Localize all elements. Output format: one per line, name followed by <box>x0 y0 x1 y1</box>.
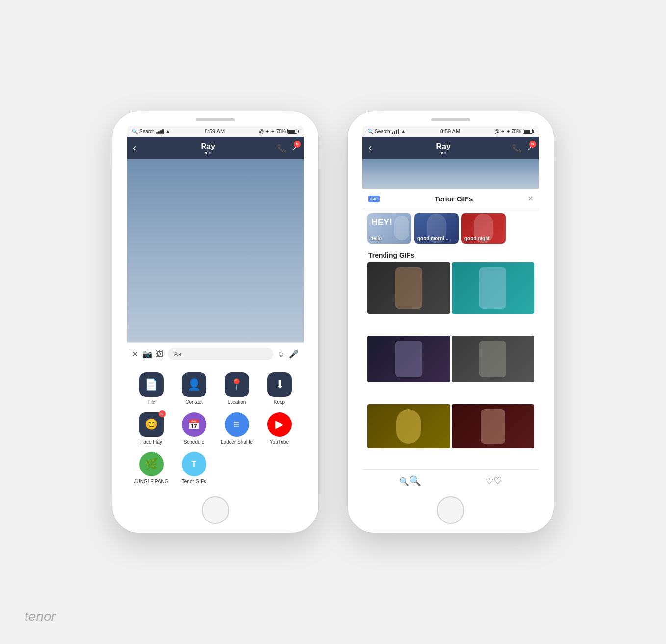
gif-cat-hello[interactable]: HEY! hello <box>367 213 411 244</box>
phone-call-icon-right[interactable]: 📞 <box>512 144 522 153</box>
close-icon-left[interactable] <box>132 349 138 359</box>
message-input-left[interactable] <box>168 348 273 360</box>
gif-panel: GIF Tenor GIFs × HEY! <box>362 189 539 492</box>
battery-body-right <box>523 129 533 134</box>
nav-dots-right <box>375 152 512 154</box>
phone-left: 🔍 Search ▲ 8:59 AM @ ✦ ✦ 75% <box>112 111 318 533</box>
gif-cat-morning[interactable]: good morni... <box>414 213 459 244</box>
nav-center-left: Ray <box>139 142 277 154</box>
camera-icon-left[interactable]: 📷 <box>142 349 152 359</box>
gif-thumb-1[interactable] <box>367 262 450 314</box>
gif-figure-4 <box>479 341 506 377</box>
app-jungle[interactable]: 🌿 JUNGLE PANG <box>132 452 171 485</box>
phone-speaker-left <box>196 118 235 121</box>
wifi-icon-right: ▲ <box>401 128 406 134</box>
status-search-left: Search <box>139 129 155 134</box>
battery-fill-left <box>288 130 295 133</box>
app-tenor-icon: T <box>182 452 206 476</box>
battery-body-left <box>287 129 297 134</box>
gif-heart-icon[interactable]: ♡ <box>486 475 502 487</box>
phone-right: 🔍 Search ▲ 8:59 AM @ ✦ ✦ 75% <box>348 111 554 533</box>
gif-inner-2 <box>452 262 535 314</box>
gif-bottom-bar: 🔍 ♡ <box>362 469 539 492</box>
checkmark-icon-left[interactable]: ✓ N <box>291 144 298 153</box>
app-file-icon: 📄 <box>139 372 164 397</box>
gif-cat-morning-label: good morni... <box>417 236 448 241</box>
app-ladder-label: Ladder Shuffle <box>221 439 253 445</box>
wifi-icon-left: ▲ <box>165 128 171 134</box>
apps-grid-left: 📄 File 👤 Contact 📍 Location ⬇ Keep <box>127 366 304 492</box>
app-contact[interactable]: 👤 Contact <box>175 372 213 405</box>
nav-back-right[interactable] <box>368 142 372 154</box>
signal-bar-3 <box>160 130 162 134</box>
trending-grid <box>362 262 539 469</box>
nav-icons-left: 📞 ✓ N <box>277 144 298 153</box>
status-icons-left: @ ✦ ✦ <box>259 129 275 134</box>
gif-cat-hello-label: hello <box>370 236 382 241</box>
app-file-label: File <box>147 399 155 405</box>
phone-call-icon-left[interactable]: 📞 <box>277 144 286 153</box>
status-icons-right: @ ✦ ✦ <box>494 129 510 134</box>
gif-thumb-3[interactable] <box>367 336 450 382</box>
app-keep[interactable]: ⬇ Keep <box>260 372 299 405</box>
battery-icon-left <box>287 129 299 134</box>
gif-thumb-5[interactable] <box>367 404 450 448</box>
gif-cat-night-label: good night <box>464 236 490 241</box>
nav-bar-left: Ray 📞 ✓ N <box>127 137 304 159</box>
status-bar-left: 🔍 Search ▲ 8:59 AM @ ✦ ✦ 75% <box>127 126 304 137</box>
nav-dot-r1 <box>441 152 443 154</box>
gif-thumb-2[interactable] <box>452 262 535 314</box>
status-bar-right: 🔍 Search ▲ 8:59 AM @ ✦ ✦ 75% <box>362 126 539 137</box>
gif-figure-2 <box>479 267 506 309</box>
app-youtube[interactable]: ▶ YouTube <box>260 412 299 445</box>
app-tenor[interactable]: T Tenor GIFs <box>175 452 213 485</box>
gif-inner-1 <box>367 262 450 314</box>
app-faceplay-icon: 😊 N <box>139 412 164 437</box>
gif-figure-5 <box>396 409 421 444</box>
signal-bars-left <box>156 129 164 134</box>
gif-hello-text: HEY! <box>371 217 392 227</box>
gif-hello-figure <box>394 216 409 240</box>
search-icon-left: 🔍 <box>132 129 138 134</box>
home-button-right[interactable] <box>437 496 464 524</box>
app-schedule-icon: 📅 <box>182 412 206 437</box>
gif-figure-1 <box>395 267 422 309</box>
gif-cat-night[interactable]: good night <box>461 213 506 244</box>
gif-thumb-4[interactable] <box>452 336 535 382</box>
app-location[interactable]: 📍 Location <box>217 372 256 405</box>
gif-header: GIF Tenor GIFs × <box>362 189 539 209</box>
phones-container: 🔍 Search ▲ 8:59 AM @ ✦ ✦ 75% <box>112 111 554 533</box>
nav-bar-right: Ray 📞 ✓ N <box>362 137 539 159</box>
nav-back-left[interactable] <box>133 142 136 154</box>
checkmark-icon-right[interactable]: ✓ N <box>527 144 533 153</box>
signal-bars-right <box>392 129 399 134</box>
app-faceplay[interactable]: 😊 N Face Play <box>132 412 171 445</box>
app-schedule[interactable]: 📅 Schedule <box>175 412 213 445</box>
gif-thumb-6[interactable] <box>452 404 535 448</box>
status-time-right: 8:59 AM <box>440 128 460 134</box>
signal-bar-1 <box>156 132 158 134</box>
gif-inner-3 <box>367 336 450 382</box>
status-right-right: @ ✦ ✦ 75% <box>494 129 534 134</box>
search-icon-right: 🔍 <box>367 129 373 134</box>
gif-inner-4 <box>452 336 535 382</box>
sky-bg-right <box>362 159 539 189</box>
nav-dots-left <box>139 152 277 154</box>
nav-dot-2 <box>209 152 211 154</box>
home-button-left[interactable] <box>202 496 229 524</box>
mic-icon-left[interactable]: 🎤 <box>289 349 299 359</box>
input-bar-left: 📷 🖼 ☺ 🎤 <box>127 342 304 366</box>
image-icon-left[interactable]: 🖼 <box>156 350 164 359</box>
gif-search-icon[interactable]: 🔍 <box>399 475 421 487</box>
trending-label: Trending GIFs <box>362 248 539 262</box>
phone-top-bar-right <box>348 111 554 126</box>
emoji-icon-left[interactable]: ☺ <box>277 350 285 359</box>
battery-icon-right <box>523 129 534 134</box>
nav-dot-r2 <box>444 152 446 154</box>
app-file[interactable]: 📄 File <box>132 372 171 405</box>
app-ladder[interactable]: ≡ Ladder Shuffle <box>217 412 256 445</box>
gif-close-button[interactable]: × <box>528 194 533 204</box>
phone-top-bar-left <box>112 111 318 126</box>
app-youtube-label: YouTube <box>270 439 289 445</box>
signal-bar-r2 <box>394 131 395 134</box>
